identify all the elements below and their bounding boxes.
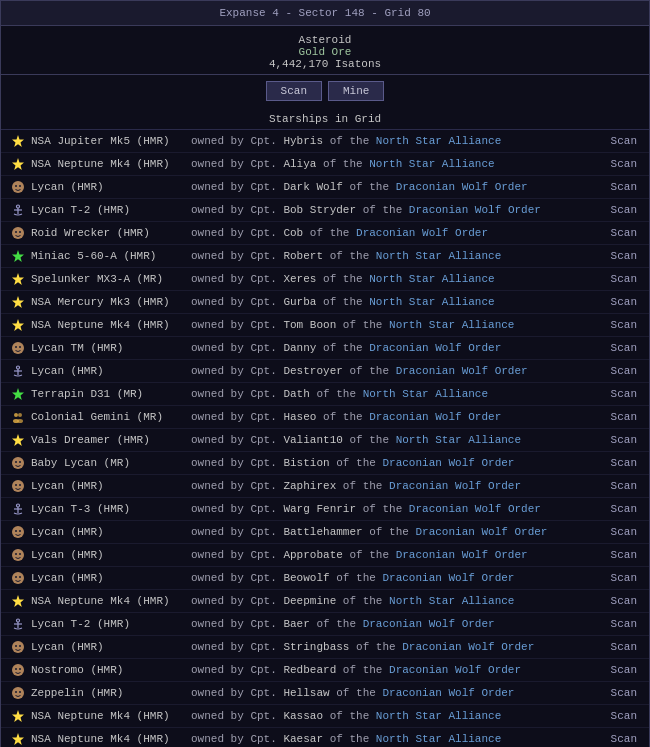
table-row: Lycan (HMR)owned by Cpt. Approbate of th… — [1, 544, 649, 567]
faction-name: Draconian Wolf Order — [389, 480, 521, 492]
ship-name: Lycan (HMR) — [31, 365, 191, 377]
scan-ship-button[interactable]: Scan — [607, 135, 641, 147]
svg-point-37 — [15, 530, 17, 532]
ship-owner: owned by Cpt. Approbate of the Draconian… — [191, 549, 607, 561]
svg-marker-12 — [12, 273, 24, 285]
scan-ship-button[interactable]: Scan — [607, 250, 641, 262]
table-row: Lycan (HMR)owned by Cpt. Battlehammer of… — [1, 521, 649, 544]
scan-ship-button[interactable]: Scan — [607, 434, 641, 446]
ship-icon — [9, 684, 27, 702]
faction-name: Draconian Wolf Order — [363, 618, 495, 630]
ship-owner: owned by Cpt. Zaphirex of the Draconian … — [191, 480, 607, 492]
scan-ship-button[interactable]: Scan — [607, 526, 641, 538]
scan-ship-button[interactable]: Scan — [607, 687, 641, 699]
ship-owner: owned by Cpt. Gurba of the North Star Al… — [191, 296, 607, 308]
scan-ship-button[interactable]: Scan — [607, 572, 641, 584]
faction-name: North Star Alliance — [363, 388, 488, 400]
scan-ship-button[interactable]: Scan — [607, 457, 641, 469]
ship-name: NSA Neptune Mk4 (HMR) — [31, 733, 191, 745]
ship-name: Lycan (HMR) — [31, 549, 191, 561]
asteroid-type: Asteroid — [1, 34, 649, 46]
svg-point-46 — [17, 619, 20, 622]
ship-icon — [9, 362, 27, 380]
ship-icon — [9, 339, 27, 357]
faction-name: North Star Alliance — [389, 595, 514, 607]
ship-owner: owned by Cpt. Stringbass of the Draconia… — [191, 641, 607, 653]
svg-point-25 — [17, 419, 23, 423]
captain-name: Stringbass — [283, 641, 349, 653]
svg-point-29 — [19, 461, 21, 463]
ship-owner: owned by Cpt. Kassao of the North Star A… — [191, 710, 607, 722]
table-row: Lycan (HMR)owned by Cpt. Zaphirex of the… — [1, 475, 649, 498]
scan-ship-button[interactable]: Scan — [607, 480, 641, 492]
ship-owner: owned by Cpt. Kaesar of the North Star A… — [191, 733, 607, 745]
ship-icon — [9, 454, 27, 472]
svg-point-5 — [17, 205, 20, 208]
scan-ship-button[interactable]: Scan — [607, 664, 641, 676]
scan-ship-button[interactable]: Scan — [607, 388, 641, 400]
scan-ship-button[interactable]: Scan — [607, 296, 641, 308]
scan-ship-button[interactable]: Scan — [607, 411, 641, 423]
scan-ship-button[interactable]: Scan — [607, 158, 641, 170]
ship-icon — [9, 638, 27, 656]
svg-point-8 — [12, 227, 24, 239]
table-row: Lycan T-2 (HMR)owned by Cpt. Bob Stryder… — [1, 199, 649, 222]
table-row: NSA Mercury Mk3 (HMR)owned by Cpt. Gurba… — [1, 291, 649, 314]
table-row: Lycan T-3 (HMR)owned by Cpt. Warg Fenrir… — [1, 498, 649, 521]
ship-owner: owned by Cpt. Dath of the North Star All… — [191, 388, 607, 400]
captain-name: Deepmine — [283, 595, 336, 607]
svg-marker-26 — [12, 434, 24, 446]
ship-owner: owned by Cpt. Hybris of the North Star A… — [191, 135, 607, 147]
ship-name: Spelunker MX3-A (MR) — [31, 273, 191, 285]
scan-ship-button[interactable]: Scan — [607, 641, 641, 653]
ship-name: Lycan T-2 (HMR) — [31, 618, 191, 630]
scan-ship-button[interactable]: Scan — [607, 595, 641, 607]
svg-point-9 — [15, 231, 17, 233]
ship-owner: owned by Cpt. Hellsaw of the Draconian W… — [191, 687, 607, 699]
table-row: Baby Lycan (MR)owned by Cpt. Bistion of … — [1, 452, 649, 475]
ship-name: Lycan (HMR) — [31, 181, 191, 193]
ship-owner: owned by Cpt. Robert of the North Star A… — [191, 250, 607, 262]
title-bar: Expanse 4 - Sector 148 - Grid 80 — [1, 1, 649, 26]
svg-point-16 — [15, 346, 17, 348]
ship-owner: owned by Cpt. Xeres of the North Star Al… — [191, 273, 607, 285]
scan-ship-button[interactable]: Scan — [607, 273, 641, 285]
ship-icon — [9, 546, 27, 564]
scan-ship-button[interactable]: Scan — [607, 503, 641, 515]
table-row: Lycan T-2 (HMR)owned by Cpt. Baer of the… — [1, 613, 649, 636]
svg-point-49 — [12, 641, 24, 653]
window-title: Expanse 4 - Sector 148 - Grid 80 — [219, 7, 430, 19]
captain-name: Robert — [283, 250, 323, 262]
faction-name: Draconian Wolf Order — [369, 342, 501, 354]
scan-ship-button[interactable]: Scan — [607, 710, 641, 722]
captain-name: Tom Boon — [283, 319, 336, 331]
faction-name: Draconian Wolf Order — [389, 664, 521, 676]
faction-name: Draconian Wolf Order — [402, 641, 534, 653]
captain-name: Xeres — [283, 273, 316, 285]
ship-icon — [9, 132, 27, 150]
faction-name: North Star Alliance — [396, 434, 521, 446]
scan-ship-button[interactable]: Scan — [607, 227, 641, 239]
captain-name: Aliya — [283, 158, 316, 170]
faction-name: Draconian Wolf Order — [369, 411, 501, 423]
faction-name: North Star Alliance — [369, 158, 494, 170]
main-window: Expanse 4 - Sector 148 - Grid 80 Asteroi… — [0, 0, 650, 747]
scan-ship-button[interactable]: Scan — [607, 319, 641, 331]
ship-name: Baby Lycan (MR) — [31, 457, 191, 469]
scan-ship-button[interactable]: Scan — [607, 618, 641, 630]
scan-ship-button[interactable]: Scan — [607, 365, 641, 377]
scan-button[interactable]: Scan — [266, 81, 322, 101]
scan-ship-button[interactable]: Scan — [607, 733, 641, 745]
svg-point-57 — [19, 691, 21, 693]
scan-ship-button[interactable]: Scan — [607, 342, 641, 354]
scan-ship-button[interactable]: Scan — [607, 204, 641, 216]
svg-point-43 — [15, 576, 17, 578]
scan-ship-button[interactable]: Scan — [607, 549, 641, 561]
ship-icon — [9, 569, 27, 587]
mine-button[interactable]: Mine — [328, 81, 384, 101]
table-row: Colonial Gemini (MR)owned by Cpt. Haseo … — [1, 406, 649, 429]
table-row: Lycan (HMR)owned by Cpt. Beowolf of the … — [1, 567, 649, 590]
svg-point-38 — [19, 530, 21, 532]
action-buttons: Scan Mine — [1, 75, 649, 107]
scan-ship-button[interactable]: Scan — [607, 181, 641, 193]
